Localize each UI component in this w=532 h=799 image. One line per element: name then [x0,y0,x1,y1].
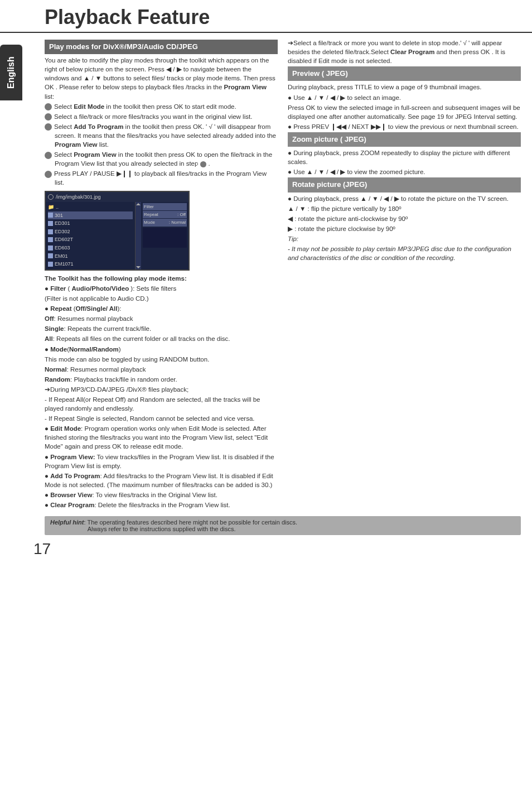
page-number: 17 [0,538,532,558]
toolkit-heading: The Toolkit has the following play mode … [45,274,278,283]
left-column: Play modes for DivX®/MP3/Audio CD/JPEG Y… [45,38,278,511]
mode-item: ● Mode(Normal/Random) [45,345,278,354]
circled-1-icon: 1 [45,103,52,110]
rotate-2: ▲ / ▼ : flip the picture vertically by 1… [288,204,521,213]
prev-icon: ❙◀◀ [331,123,346,130]
scroll-up-icon [136,203,141,205]
section-play-modes: Play modes for DivX®/MP3/Audio CD/JPEG [45,40,278,54]
circled-3-icon: 3 [45,123,52,131]
rotate-4: ▶ : rotate the picture clockwise by 90º [288,224,521,233]
tip-body: - It may not be possible to play certain… [288,244,521,262]
preview-3: Press OK to view the selected image in f… [288,103,521,121]
mode-normal: Normal: Resumes normal playback [45,365,278,374]
file-list: 📁.. 301 ED301 ED302 ED602T ED603 EM01 EM… [46,202,136,269]
repeat-all: All: Repeats all files on the current fo… [45,334,278,343]
section-preview: Preview ( JPEG) [288,66,521,81]
intro-text: You are able to modify the play modes th… [45,56,278,100]
helpful-hint: Helpful hint: The operating features des… [45,516,521,535]
step-2: 2Select a file/track or more files/track… [45,112,278,121]
mode-random: Random: Playbacks track/file in random o… [45,375,278,384]
file-icon [48,262,53,267]
preview-box [143,228,187,248]
scroll-down-icon [136,266,141,268]
file-icon [48,237,53,242]
file-icon [48,229,53,234]
browser-view-item: ● Browser View: To view files/tracks in … [45,490,278,499]
repeat-item: ● Repeat (Off/Single/ All): [45,304,278,313]
section-zoom: Zoom picture ( JPEG) [288,132,521,147]
step-5: 5Press PLAY / PAUSE ▶❙❙ to playback all … [45,169,278,187]
clear-program-note: ➔Select a file/track or more you want to… [288,38,521,65]
circled-2-icon: 2 [45,113,52,121]
filter-note: (Filter is not applicable to Audio CD.) [45,294,278,303]
circled-2-ref-icon: 2 [200,161,206,167]
mode-note: This mode can also be toggled by using R… [45,355,278,364]
preview-2: ● Use ▲ / ▼ / ◀ / ▶ to select an image. [288,93,521,102]
during-2: - If Repeat All(or Repeat Off) and Rando… [45,395,278,413]
file-browser-screenshot: /img/imgbak/301.jpg 📁.. 301 ED301 ED302 … [45,191,190,271]
repeat-single: Single: Repeats the current track/file. [45,324,278,333]
preview-1: During playback, press TITLE to view a p… [288,83,521,92]
file-icon [48,213,53,218]
rotate-1: ● During playback, press ▲ / ▼ / ◀ / ▶ t… [288,194,521,203]
clear-program-item: ● Clear Program: Delete the files/tracks… [45,500,278,509]
repeat-off: Off: Resumes normal playback [45,314,278,323]
circled-4-icon: 4 [45,152,52,159]
disc-icon [48,194,54,200]
filter-item: ● Filter ( Audio/Photo/Video ): Sets fil… [45,284,278,293]
language-tab: English [0,45,22,100]
program-view-item: ● Program View: To view tracks/files in … [45,453,278,470]
right-column: ➔Select a file/track or more you want to… [288,38,521,511]
section-rotate: Rotate picture (JPEG) [288,177,521,192]
zoom-1: ● During playback, press ZOOM repeatedly… [288,148,521,166]
path-bar: /img/imgbak/301.jpg [46,192,188,203]
step-1: 1Select Edit Mode in the toolkit then pr… [45,102,278,111]
during-3: - If Repeat Single is selected, Random c… [45,414,278,423]
scrollbar [136,202,141,269]
folder-icon: 📁 [48,204,54,211]
add-to-program-item: ● Add To Program: Add files/tracks to th… [45,471,278,489]
during-1: ➔During MP3/CD-DA/JPEG /DivX® files play… [45,385,278,394]
preview-4: ● Press PREV ❙◀◀ / NEXT ▶▶❙ to view the … [288,122,521,131]
step-3: 3Select Add To Program in the toolkit th… [45,122,278,149]
edit-mode-item: ● Edit Mode: Program operation works onl… [45,424,278,451]
file-icon [48,221,53,226]
rotate-3: ◀ : rotate the picture anti-clockwise by… [288,214,521,223]
page-title: Playback Feature [0,6,532,29]
circled-5-icon: 5 [45,171,52,178]
step-4: 4Select Program View in the toolkit then… [45,150,278,168]
zoom-2: ● Use ▲ / ▼ / ◀ / ▶ to view the zoomed p… [288,167,521,176]
file-icon [48,246,53,251]
file-icon [48,253,53,258]
next-icon: ▶▶❙ [371,123,386,130]
tip-label: Tip: [288,234,521,243]
options-panel: Filter Repeat: Off Mode: Normal [141,202,188,269]
play-pause-icon: ▶❙❙ [117,170,133,177]
